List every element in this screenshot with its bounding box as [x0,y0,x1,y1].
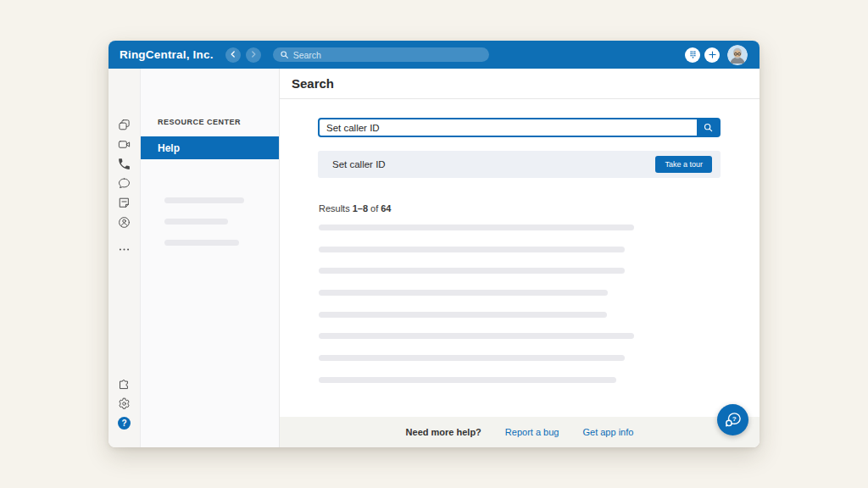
chevron-right-icon [248,47,259,63]
footer-prompt: Need more help? [406,427,481,437]
skeleton-line [319,377,616,383]
skeleton-line [319,247,625,252]
skeleton-line [319,312,607,318]
phone-handset-icon[interactable] [117,157,131,171]
magnifier-icon [703,122,714,133]
help-search-input[interactable] [320,119,697,136]
resource-center-header: RESOURCE CENTER [158,118,241,126]
video-camera-icon[interactable] [117,137,131,152]
panel-skeleton-list [164,197,244,261]
fax-note-icon[interactable] [117,196,131,210]
nav-rail-top [117,118,131,262]
skeleton-line [319,268,625,274]
app-window: RingCentral, Inc. [108,41,760,447]
topbar-actions [685,45,748,65]
resource-center-panel: RESOURCE CENTER Help [140,69,280,447]
skeleton-line [164,197,244,203]
search-submit-button[interactable] [697,119,719,136]
footer-links: Report a bugGet app info [505,427,634,437]
dialpad-icon [688,50,698,59]
result-card-title: Set caller ID [332,159,386,169]
skeleton-line [319,333,634,339]
topbar-search[interactable] [273,47,489,62]
chevron-left-icon [228,47,238,63]
help-question-icon[interactable]: ? [117,416,131,430]
support-fab[interactable]: ? [717,404,748,435]
speech-bubble-icon[interactable] [117,176,131,191]
footer: Need more help? Report a bugGet app info [280,417,760,447]
user-avatar[interactable] [727,45,748,65]
main-area: Search Set caller ID Take a tour Results… [280,69,760,447]
sidebar-item-help[interactable]: Help [141,136,279,159]
nav-rail: ? [108,69,140,447]
search-icon [280,50,289,59]
results-range: 1–8 [353,203,368,214]
skeleton-line [319,290,608,296]
topbar-search-input[interactable] [293,50,482,60]
skeleton-line [319,355,625,361]
message-icon[interactable] [117,118,131,132]
main-header: Search [280,69,760,99]
avatar-image [727,45,748,65]
gear-icon[interactable] [117,396,131,411]
results-of: of [370,203,378,214]
plus-icon [708,50,717,59]
skeleton-line [164,240,239,246]
search-result-card[interactable]: Set caller ID Take a tour [318,151,721,178]
forward-button[interactable] [246,47,261,63]
skeleton-line [319,225,634,230]
results-total: 64 [381,203,391,214]
footer-link[interactable]: Report a bug [505,427,559,437]
results-skeleton-list [319,225,634,399]
results-label: Results [319,203,350,214]
skeleton-line [164,219,228,225]
main-content: Set caller ID Take a tour Results1–8of64 [280,99,760,417]
app-title: RingCentral, Inc. [120,48,214,61]
chat-help-icon: ? [722,409,744,431]
footer-link[interactable]: Get app info [582,427,633,437]
new-actions-button[interactable] [704,47,720,63]
topbar: RingCentral, Inc. [108,41,760,69]
take-a-tour-button[interactable]: Take a tour [655,156,712,173]
help-search-bar [318,118,721,137]
puzzle-icon[interactable] [117,377,131,391]
svg-text:?: ? [732,414,736,422]
dialpad-button[interactable] [685,47,700,63]
results-summary: Results1–8of64 [319,203,393,214]
nav-rail-bottom: ? [117,377,131,435]
back-button[interactable] [225,47,241,63]
more-dots-icon[interactable] [117,242,131,257]
contacts-icon[interactable] [117,215,131,230]
page-title: Search [292,76,334,91]
